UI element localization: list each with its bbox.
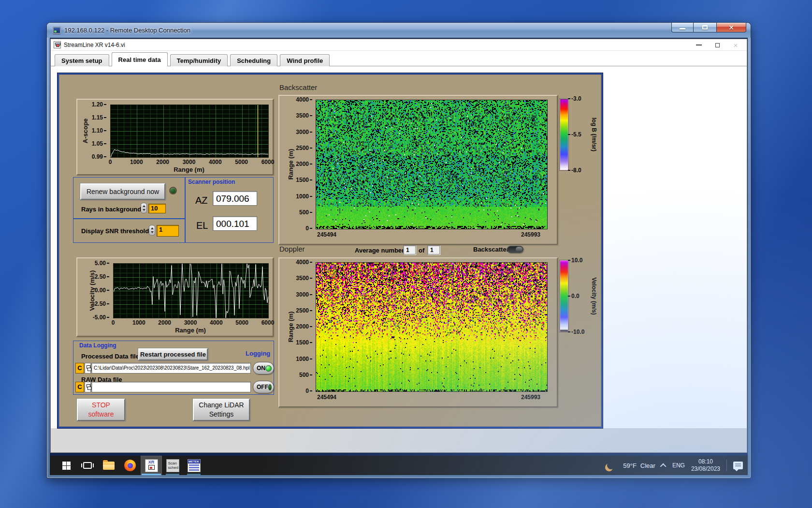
notification-center-icon[interactable] [733, 462, 743, 469]
off-led-icon [268, 384, 272, 390]
close-button[interactable]: ✕ [716, 23, 746, 32]
raw-logging-off-button[interactable]: OFF [253, 381, 274, 393]
tab-real-time-data[interactable]: Real time data [112, 52, 168, 66]
app-minimize-icon [696, 45, 702, 45]
streamline-xr-icon: XR [145, 459, 158, 472]
tick-label: 1000 [130, 159, 143, 165]
ascope-x-axis-label: Range (m) [110, 166, 268, 173]
processed-logging-on-button[interactable]: ON [253, 362, 274, 374]
colorbar-tick-label: -8.0 [571, 167, 581, 174]
tick-label: -2.50 [93, 300, 106, 307]
tick-label: 1000 [296, 193, 309, 200]
hidden-icons-chevron[interactable] [660, 463, 667, 469]
file-explorer-button[interactable] [98, 456, 119, 475]
backscatter-graph: Range (m) 400035003000250020001500100050… [278, 95, 558, 245]
backscatter-plot-area[interactable] [316, 100, 548, 229]
scan-scheduler-taskbar-button[interactable]: Scan sched [162, 456, 183, 475]
tab-strip: System setup Real time data Temp/humidit… [51, 51, 747, 66]
firefox-icon [124, 460, 136, 471]
metek-icon: METEK [188, 459, 201, 472]
rdp-titlebar[interactable]: 192.168.0.122 - Remote Desktop Connectio… [47, 23, 751, 38]
rays-spinner[interactable] [141, 203, 147, 213]
rays-value-field[interactable]: 10 [148, 204, 166, 213]
doppler-colorbar-ticks: 10.00.0-10.0 [571, 260, 594, 332]
tick-label: 1.10 [92, 127, 103, 134]
weather-moon-icon[interactable] [606, 461, 616, 470]
restart-processed-file-label: Restart processed file [140, 351, 206, 358]
doppler-colorbar-gradient [560, 260, 568, 332]
maximize-icon [702, 25, 708, 30]
tick-label: 500 [299, 209, 309, 216]
processed-path-field[interactable]: C:\Lidar\Data\Proc\2023\202308\20230823\… [91, 363, 251, 374]
doppler-plot-area[interactable] [316, 262, 548, 392]
colorbar-tick-label: 10.0 [571, 257, 582, 264]
metek-taskbar-button[interactable]: METEK [183, 456, 204, 475]
snr-threshold-label: Display SNR threshold [81, 227, 149, 235]
snr-value-field[interactable]: 1 [157, 225, 179, 237]
maximize-button[interactable] [694, 23, 716, 32]
app-close-icon: × [734, 41, 738, 49]
tick-label: 1000 [296, 356, 309, 362]
tick-label: 3500 [296, 112, 309, 119]
raw-drive-box[interactable]: C [75, 382, 84, 392]
language-indicator[interactable]: ENG [672, 462, 685, 469]
tick-label: 2000 [296, 323, 309, 330]
restart-processed-file-button[interactable]: Restart processed file [138, 348, 208, 360]
logging-label: Logging [246, 350, 270, 357]
close-icon: ✕ [728, 24, 734, 31]
processed-data-file-label: Processed Data file [81, 353, 139, 360]
tab-scheduling[interactable]: Scheduling [230, 54, 277, 66]
processed-browse-icon[interactable] [85, 363, 91, 374]
app-minimize-button[interactable] [690, 40, 708, 50]
velocity-plot-area[interactable] [113, 263, 269, 318]
open-app-indicator [166, 474, 179, 475]
az-value-field[interactable]: 079.006 [213, 191, 257, 206]
firefox-button[interactable] [119, 456, 141, 475]
stop-label-line2: software [88, 410, 114, 419]
doppler-y-axis-label: Range (m) [287, 305, 294, 349]
ascope-plot-area[interactable] [110, 105, 269, 158]
change-lidar-settings-button[interactable]: Change LiDAR Settings [193, 399, 250, 421]
start-button[interactable] [56, 456, 77, 475]
stop-software-button[interactable]: STOP software [77, 399, 125, 421]
processed-drive-box[interactable]: C [75, 363, 84, 374]
tab-temp-humidity[interactable]: Temp/humidity [170, 54, 228, 66]
tick-label: 3500 [296, 275, 309, 282]
streamline-xr-taskbar-button[interactable]: XR [141, 456, 162, 475]
backscatter-toggle[interactable] [507, 246, 523, 253]
average-number-field[interactable]: 1 [403, 245, 416, 254]
folder-icon [103, 462, 115, 470]
app-titlebar[interactable]: StreamLine XR v14-6.vi × [51, 39, 747, 51]
task-view-button[interactable] [77, 456, 98, 475]
doppler-x-start-label: 245494 [317, 394, 336, 401]
labview-vi-icon [54, 41, 61, 48]
app-restore-button[interactable] [708, 40, 726, 50]
tab-system-setup[interactable]: System setup [55, 54, 109, 66]
backscatter-colorbar-ticks: -3.0-5.5-8.0 [571, 99, 594, 170]
data-logging-title: Data Logging [79, 342, 116, 349]
open-app-indicator [187, 474, 201, 475]
backscatter-x-end-label: 245993 [521, 231, 540, 238]
tab-wind-profile[interactable]: Wind profile [280, 54, 330, 66]
tick-label: 5000 [235, 159, 248, 165]
renew-background-button[interactable]: Renew background now [80, 183, 165, 200]
tick-label: 3000 [183, 159, 196, 165]
clock[interactable]: 08:10 23/08/2023 [691, 458, 720, 473]
weather-widget[interactable]: 59°F Clear [623, 462, 655, 469]
tick-label: 2000 [158, 319, 171, 326]
raw-path-field[interactable] [91, 382, 251, 392]
average-total-field[interactable]: 1 [427, 245, 440, 254]
velocity-graph: Velocity (m/s) 5.002.500.00-2.50-5.00 01… [76, 257, 274, 337]
tick-label: 0 [109, 159, 112, 165]
minimize-button[interactable] [671, 23, 694, 32]
app-close-button[interactable]: × [726, 40, 745, 50]
tick-label: 0 [305, 225, 309, 232]
tick-label: 1.20 [92, 101, 103, 108]
ascope-y-ticks: 1.201.151.101.050.99 [77, 105, 107, 157]
raw-browse-icon[interactable] [85, 382, 91, 392]
snr-spinner[interactable] [149, 225, 155, 236]
task-view-icon [83, 462, 92, 469]
el-value-field[interactable]: 000.101 [213, 216, 257, 231]
real-time-data-page: A-scope 1.201.151.101.050.99 01000200030… [51, 66, 747, 452]
tray-divider [726, 460, 727, 471]
